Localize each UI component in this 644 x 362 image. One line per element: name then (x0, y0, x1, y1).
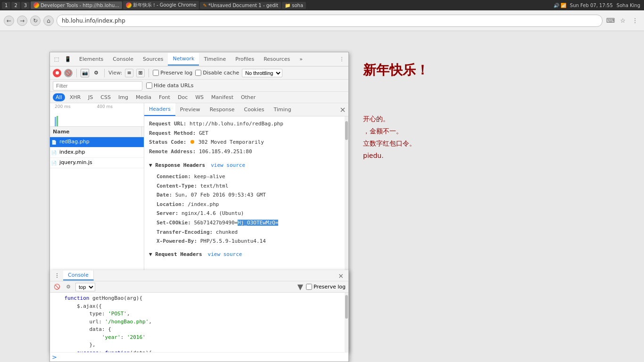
large-view-button[interactable]: ⊞ (136, 69, 145, 77)
record-button[interactable]: ⏺ (53, 69, 61, 77)
request-name-index: index.php (58, 148, 142, 157)
type-btn-css[interactable]: CSS (98, 93, 114, 101)
taskbar-item-gedit[interactable]: ✎ *Unsaved Document 1 - gedit (200, 2, 281, 9)
request-headers-title[interactable]: ▼ Request Headers view source (149, 250, 344, 259)
tab-console[interactable]: Console (108, 53, 138, 65)
details-tab-headers[interactable]: Headers (144, 103, 175, 116)
address-text: hb.lohu.info/index.php (62, 17, 125, 24)
type-btn-xhr[interactable]: XHR (67, 93, 83, 101)
taskbar-item-2[interactable]: 2 (11, 2, 20, 9)
console-preserve-log-input[interactable] (306, 284, 312, 290)
response-headers-title[interactable]: ▼ Response Headers view source (149, 161, 344, 170)
preserve-log-checkbox[interactable]: Preserve log (153, 70, 192, 76)
disable-cache-input[interactable] (195, 70, 201, 76)
hide-data-urls-checkbox[interactable]: Hide data URLs (146, 82, 193, 89)
page-background-content: 新年快乐！ 开心的。 ，金额不一。 立数字红包口令。 piedu. (354, 52, 644, 362)
details-tab-timing[interactable]: Timing (269, 104, 296, 115)
translate-icon[interactable]: ⌨ (605, 16, 616, 26)
throttle-select[interactable]: No throttling (242, 69, 282, 77)
tab-sources-label: Sources (143, 56, 164, 62)
list-view-button[interactable]: ≡ (125, 69, 133, 77)
tab-sources[interactable]: Sources (138, 53, 168, 65)
content-type-row: Content-Type: text/html (157, 181, 344, 191)
context-select[interactable]: top (75, 283, 95, 291)
screenshot-button[interactable]: 📷 (81, 69, 89, 77)
date-key: Date: (157, 192, 172, 198)
status-code-val: 302 Moved Temporarily (198, 139, 264, 145)
tab-resources[interactable]: Resources (259, 53, 295, 65)
console-scrollbar[interactable] (345, 293, 348, 352)
tab-more[interactable]: » (295, 53, 307, 65)
type-btn-media[interactable]: Media (133, 93, 154, 101)
reload-button[interactable]: ↻ (30, 16, 41, 26)
console-more-button[interactable]: ▼ (297, 282, 303, 291)
bookmark-icon[interactable]: ☆ (618, 16, 628, 26)
clear-button[interactable]: 🚫 (64, 69, 73, 77)
request-method-val: GET (199, 130, 208, 136)
request-row-redbag[interactable]: 📄 redBag.php (50, 137, 144, 148)
request-name-jquery: jquery.min.js (58, 158, 142, 168)
type-btn-img[interactable]: Img (116, 93, 131, 101)
hide-data-urls-input[interactable] (146, 82, 152, 89)
disable-cache-checkbox[interactable]: Disable cache (195, 70, 239, 76)
tab-timeline[interactable]: Timeline (199, 53, 231, 65)
devtools-menu-icon[interactable]: ⋮ (337, 55, 347, 64)
details-tab-cookies[interactable]: Cookies (239, 104, 269, 115)
request-row-jquery[interactable]: 📄 jquery.min.js (50, 158, 144, 168)
home-button[interactable]: ⌂ (43, 16, 54, 26)
code-keyword-success: success (77, 350, 99, 353)
x-powered-row: X-Powered-By: PHP/5.5.9-1ubuntu4.14 (157, 237, 344, 246)
forward-button[interactable]: → (17, 16, 27, 26)
type-btn-doc[interactable]: Doc (175, 93, 190, 101)
details-tab-response[interactable]: Response (205, 104, 239, 115)
back-button[interactable]: ← (4, 16, 14, 26)
tab-network[interactable]: Network (168, 53, 199, 66)
console-clear-icon[interactable]: 🚫 (53, 283, 61, 291)
response-headers-title-text: ▼ Response Headers (149, 161, 205, 170)
console-menu-icon[interactable]: ⋮ (53, 272, 61, 280)
request-row-index[interactable]: 📄 index.php (50, 148, 144, 158)
clock: Sun Feb 07, 17:55 (570, 3, 613, 8)
close-details-button[interactable]: × (337, 104, 348, 115)
console-tab-console[interactable]: Console (63, 271, 94, 280)
details-tab-timing-label: Timing (274, 107, 291, 113)
type-btn-font[interactable]: Font (156, 93, 173, 101)
bg-line1: 开心的。 (363, 115, 635, 123)
type-xhr-label: XHR (70, 94, 81, 100)
console-close-button[interactable]: × (336, 271, 346, 280)
device-mode-icon[interactable]: 📱 (63, 55, 73, 64)
view-source-link[interactable]: view source (211, 161, 245, 170)
timeline-200: 200 ms (55, 104, 97, 109)
hide-data-urls-label: Hide data URLs (154, 82, 193, 89)
tab-elements[interactable]: Elements (74, 53, 108, 65)
preserve-log-input[interactable] (153, 70, 159, 76)
inspect-element-icon[interactable]: ⬚ (52, 55, 61, 64)
settings-icon[interactable]: ⋮ (630, 16, 640, 26)
filter-input[interactable] (53, 81, 142, 90)
console-tab-label: Console (68, 272, 89, 278)
taskbar-item-1[interactable]: 1 (2, 2, 10, 9)
console-toolbar: 🚫 ⚙ top ▼ Preserve log (50, 281, 348, 293)
taskbar-item-chrome[interactable]: 新年快乐！- Google Chrome (123, 1, 199, 9)
tab-profiles[interactable]: Profiles (231, 53, 259, 65)
console-preserve-log-checkbox[interactable]: Preserve log (306, 284, 346, 290)
svg-rect-0 (55, 117, 56, 126)
timeline-400: 400 ms (97, 104, 140, 109)
details-tab-preview[interactable]: Preview (175, 104, 205, 115)
request-name-redbag: redBag.php (58, 137, 142, 147)
type-btn-all[interactable]: All (53, 93, 65, 101)
type-btn-other[interactable]: Other (238, 93, 258, 101)
taskbar-devtools-label: Developer Tools - http://hb.lohu... (41, 3, 119, 8)
taskbar-item-3[interactable]: 3 (21, 2, 30, 9)
bg-line2: ，金额不一。 (363, 127, 635, 136)
type-btn-js[interactable]: JS (85, 93, 96, 101)
filter-toggle[interactable]: ⚙ (92, 69, 100, 77)
type-btn-manifest[interactable]: Manifest (208, 93, 236, 101)
address-bar[interactable]: hb.lohu.info/index.php (57, 15, 603, 27)
taskbar-item-soha[interactable]: 📁 soha (282, 2, 306, 9)
taskbar-item-devtools[interactable]: Developer Tools - http://hb.lohu... (31, 1, 122, 9)
request-view-source-link[interactable]: view source (208, 250, 242, 259)
type-btn-ws[interactable]: WS (192, 93, 206, 101)
console-filter-icon[interactable]: ⚙ (64, 283, 73, 291)
console-input[interactable] (59, 354, 347, 360)
